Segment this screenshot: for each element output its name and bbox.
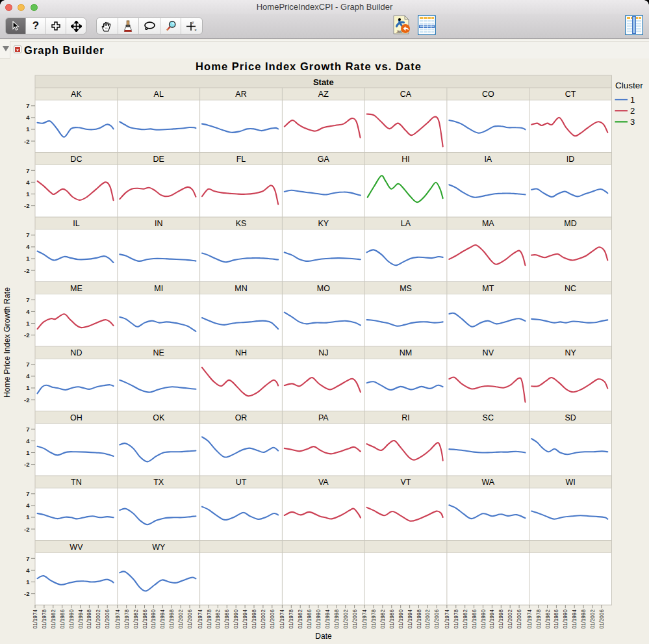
svg-text:01/1982: 01/1982 [215, 610, 221, 629]
svg-text:MD: MD [564, 219, 576, 228]
svg-text:01/1998: 01/1998 [416, 610, 422, 629]
svg-text:IN: IN [155, 219, 163, 228]
svg-text:01/1998: 01/1998 [86, 610, 92, 629]
svg-text:-2: -2 [24, 202, 29, 209]
svg-text:KY: KY [318, 219, 329, 228]
svg-text:01/1982: 01/1982 [545, 610, 551, 629]
svg-text:-2: -2 [24, 138, 29, 145]
svg-text:PA: PA [318, 413, 329, 422]
svg-text:01/1990: 01/1990 [481, 610, 487, 629]
svg-text:01/2006: 01/2006 [187, 610, 193, 629]
svg-text:01/1986: 01/1986 [307, 610, 312, 629]
svg-text:LA: LA [401, 219, 411, 228]
svg-text:ND: ND [70, 348, 82, 357]
svg-text:7: 7 [26, 102, 29, 109]
svg-text:01/1990: 01/1990 [398, 610, 404, 629]
svg-text:MO: MO [317, 284, 330, 293]
svg-text:01/1990: 01/1990 [316, 610, 322, 629]
svg-text:UT: UT [236, 478, 247, 487]
svg-text:01/2002: 01/2002 [507, 610, 513, 629]
svg-text:VT: VT [401, 478, 411, 487]
svg-text:01/2006: 01/2006 [516, 610, 522, 629]
svg-text:OK: OK [153, 413, 165, 422]
svg-text:WI: WI [565, 478, 575, 487]
svg-text:ID: ID [566, 155, 575, 164]
svg-text:4: 4 [26, 308, 30, 315]
svg-text:1: 1 [630, 95, 635, 105]
svg-text:NE: NE [153, 348, 164, 357]
svg-text:1: 1 [26, 320, 30, 327]
svg-text:Home Price Index Growth Rate v: Home Price Index Growth Rate vs. Date [196, 60, 422, 72]
svg-text:1: 1 [26, 513, 30, 521]
svg-text:01/1994: 01/1994 [325, 610, 331, 629]
svg-text:2: 2 [630, 106, 635, 116]
svg-text:01/1998: 01/1998 [334, 610, 340, 629]
svg-text:-2: -2 [24, 331, 29, 339]
svg-text:VA: VA [318, 478, 329, 487]
svg-text:AR: AR [235, 90, 246, 99]
svg-text:NY: NY [565, 348, 576, 357]
svg-text:1: 1 [26, 384, 30, 391]
svg-text:IL: IL [73, 219, 79, 228]
svg-text:NM: NM [400, 348, 412, 357]
svg-text:01/1978: 01/1978 [536, 610, 542, 629]
svg-text:01/1994: 01/1994 [572, 610, 578, 629]
svg-text:01/1986: 01/1986 [142, 610, 148, 629]
svg-text:TN: TN [71, 478, 82, 487]
svg-text:MA: MA [482, 219, 494, 228]
svg-text:NJ: NJ [318, 348, 328, 357]
svg-text:01/1994: 01/1994 [489, 610, 495, 629]
svg-text:-2: -2 [24, 526, 29, 533]
svg-text:01/1994: 01/1994 [78, 610, 84, 629]
svg-text:FL: FL [236, 155, 246, 164]
svg-text:01/1998: 01/1998 [169, 610, 175, 629]
svg-text:3: 3 [630, 117, 635, 127]
svg-text:CO: CO [482, 90, 494, 99]
svg-text:IA: IA [484, 155, 492, 164]
svg-text:01/1998: 01/1998 [581, 610, 587, 629]
svg-text:4: 4 [26, 114, 30, 121]
svg-text:1: 1 [26, 449, 30, 456]
svg-text:7: 7 [26, 167, 29, 174]
svg-text:RI: RI [401, 413, 410, 422]
svg-text:-2: -2 [24, 590, 29, 597]
svg-text:1: 1 [26, 578, 30, 586]
svg-text:MN: MN [235, 284, 247, 293]
svg-text:1: 1 [26, 190, 30, 198]
svg-text:01/2002: 01/2002 [178, 610, 184, 629]
svg-text:SD: SD [565, 413, 576, 422]
svg-text:WV: WV [70, 543, 83, 552]
svg-text:KS: KS [236, 219, 247, 228]
svg-text:01/1994: 01/1994 [242, 610, 248, 629]
svg-text:CA: CA [400, 90, 412, 99]
svg-text:MI: MI [154, 284, 163, 293]
svg-text:01/1990: 01/1990 [69, 610, 75, 629]
svg-text:01/1974: 01/1974 [115, 610, 121, 629]
svg-text:4: 4 [26, 179, 30, 186]
svg-text:01/1990: 01/1990 [151, 610, 157, 629]
svg-text:Home Price Index Growth Rate: Home Price Index Growth Rate [3, 287, 12, 398]
svg-text:4: 4 [26, 437, 30, 444]
svg-text:01/2002: 01/2002 [95, 610, 101, 629]
svg-text:01/1986: 01/1986 [224, 610, 230, 629]
svg-text:01/2006: 01/2006 [434, 610, 440, 629]
svg-text:7: 7 [26, 426, 29, 433]
svg-text:01/1982: 01/1982 [133, 610, 139, 629]
svg-text:4: 4 [26, 567, 30, 574]
svg-text:01/1990: 01/1990 [233, 610, 239, 629]
svg-text:4: 4 [26, 243, 30, 250]
svg-text:-2: -2 [24, 267, 29, 274]
svg-text:01/1982: 01/1982 [51, 610, 57, 629]
svg-text:DE: DE [153, 155, 164, 164]
svg-text:SC: SC [483, 413, 494, 422]
svg-text:4: 4 [26, 372, 30, 380]
svg-text:01/2002: 01/2002 [343, 610, 349, 629]
svg-text:WA: WA [481, 478, 494, 487]
svg-text:Date: Date [315, 632, 332, 641]
svg-text:7: 7 [26, 231, 29, 238]
svg-text:AL: AL [154, 90, 164, 99]
svg-text:01/1998: 01/1998 [498, 610, 504, 629]
svg-text:01/1982: 01/1982 [380, 610, 386, 629]
svg-text:7: 7 [26, 555, 29, 562]
svg-text:HI: HI [401, 155, 410, 164]
